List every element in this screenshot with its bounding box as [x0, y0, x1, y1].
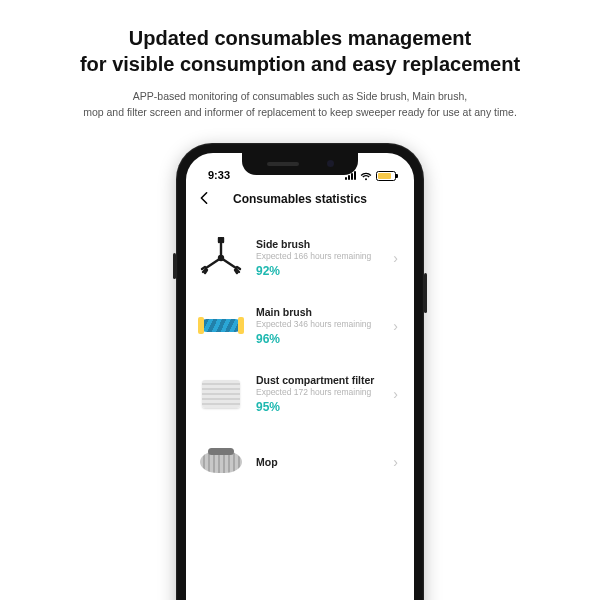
- hero-subtitle: APP-based monitoring of consumables such…: [0, 89, 600, 121]
- item-remaining: Expected 346 hours remaining: [256, 319, 379, 329]
- item-percent: 95%: [256, 400, 379, 414]
- phone-notch: [242, 153, 358, 175]
- mop-icon: [200, 441, 242, 483]
- list-item-filter[interactable]: Dust compartment filter Expected 172 hou…: [186, 360, 414, 428]
- item-name: Main brush: [256, 306, 379, 318]
- battery-icon: [376, 171, 396, 181]
- list-item-main-brush[interactable]: Main brush Expected 346 hours remaining …: [186, 292, 414, 360]
- list-item-side-brush[interactable]: Side brush Expected 166 hours remaining …: [186, 224, 414, 292]
- svg-line-3: [221, 258, 236, 268]
- svg-line-7: [202, 267, 205, 269]
- item-remaining: Expected 166 hours remaining: [256, 251, 379, 261]
- chevron-right-icon: ›: [393, 454, 398, 470]
- status-time: 9:33: [200, 169, 230, 181]
- phone-screen: 9:33 Consumables statistics: [186, 153, 414, 601]
- svg-line-9: [205, 270, 207, 273]
- item-remaining: Expected 172 hours remaining: [256, 387, 379, 397]
- chevron-right-icon: ›: [393, 250, 398, 266]
- item-name: Side brush: [256, 238, 379, 250]
- phone-frame: 9:33 Consumables statistics: [176, 143, 424, 601]
- main-brush-icon: [200, 305, 242, 347]
- chevron-right-icon: ›: [393, 318, 398, 334]
- svg-line-10: [237, 267, 240, 269]
- app-header: Consumables statistics: [186, 183, 414, 218]
- chevron-right-icon: ›: [393, 386, 398, 402]
- item-name: Mop: [256, 456, 379, 468]
- svg-line-2: [206, 258, 221, 268]
- filter-icon: [200, 373, 242, 415]
- hero-title: Updated consumables management for visib…: [0, 25, 600, 77]
- svg-line-12: [235, 270, 237, 273]
- screen-title: Consumables statistics: [198, 192, 402, 206]
- item-percent: 92%: [256, 264, 379, 278]
- item-percent: 96%: [256, 332, 379, 346]
- list-item-mop[interactable]: Mop ›: [186, 428, 414, 496]
- consumables-list: Side brush Expected 166 hours remaining …: [186, 218, 414, 502]
- side-brush-icon: [200, 237, 242, 279]
- wifi-icon: [360, 171, 372, 180]
- item-name: Dust compartment filter: [256, 374, 379, 386]
